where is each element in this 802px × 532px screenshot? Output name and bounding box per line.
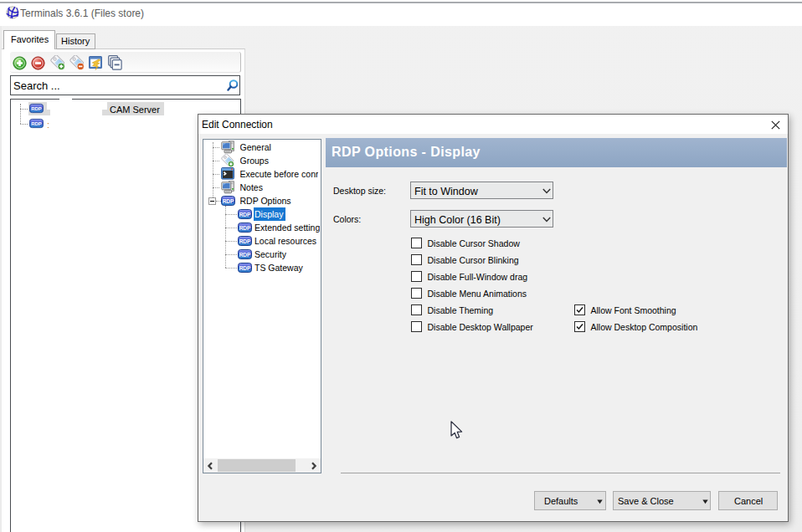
svg-text:RDP: RDP [223, 198, 234, 204]
svg-text:RDP: RDP [239, 225, 251, 231]
svg-text:RDP: RDP [239, 252, 251, 258]
svg-text:RDP: RDP [239, 238, 251, 244]
svg-text:RDP: RDP [239, 265, 251, 271]
svg-text:RDP: RDP [31, 106, 42, 111]
svg-text:RDP: RDP [31, 121, 42, 126]
svg-text:RDP: RDP [239, 212, 251, 217]
